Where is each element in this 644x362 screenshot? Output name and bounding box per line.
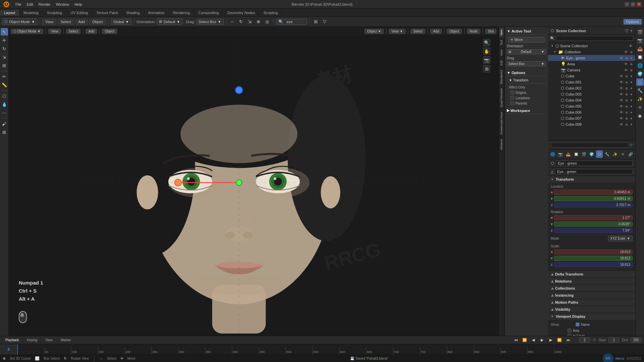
- coll-item-cube007[interactable]: ⬡ Cube.007 👁 ⊕ ✦: [548, 115, 635, 121]
- show-axis-row[interactable]: Axis: [551, 328, 633, 333]
- tab-uv-editing[interactable]: UV Editing: [66, 10, 92, 16]
- tool-grid[interactable]: ⊞: [1, 128, 8, 136]
- object-btn[interactable]: Object: [89, 19, 106, 25]
- global-dropdown[interactable]: Global ▼: [111, 19, 131, 25]
- tab-edit[interactable]: Edit: [499, 58, 504, 68]
- props-render-icon[interactable]: 📷: [636, 37, 644, 44]
- render-icon[interactable]: 📷: [557, 150, 564, 158]
- world-icon[interactable]: 🌍: [588, 150, 595, 158]
- tab-compositing[interactable]: Compositing: [194, 10, 223, 16]
- scene-props-icon[interactable]: 🎬: [581, 150, 587, 158]
- transform-move-icon[interactable]: ↔: [229, 18, 236, 25]
- maximize-btn[interactable]: □: [631, 2, 635, 7]
- coll-item-camera[interactable]: 📷 Camera 👁 ⊕: [548, 67, 635, 73]
- tab-scripting[interactable]: Scripting: [259, 10, 282, 16]
- props-particles-icon[interactable]: ✨: [636, 95, 644, 103]
- current-frame-input[interactable]: [579, 338, 590, 343]
- props-viewlayer-icon[interactable]: 🔲: [636, 53, 644, 61]
- tl-next-frame[interactable]: ▶: [548, 337, 554, 343]
- tab-tool[interactable]: Tool: [499, 38, 504, 48]
- locations-row[interactable]: Locations: [509, 95, 546, 101]
- coll-item-cube004[interactable]: ⬡ Cube.004 👁 ⊕ ✦: [548, 97, 635, 103]
- tab-layout[interactable]: Layout: [0, 10, 19, 16]
- add-btn[interactable]: Add: [75, 19, 88, 25]
- tool-rotate[interactable]: ↻: [1, 45, 8, 52]
- parents-row[interactable]: Parents: [509, 101, 546, 106]
- ruler-ticks[interactable]: 50 100 150 200 250 300 350 400 450 500: [17, 344, 644, 355]
- delta-transform-header[interactable]: ▶ Delta Transform: [548, 271, 635, 278]
- tab-geometry-nodes[interactable]: Geometry Nodes: [223, 10, 259, 16]
- proportional-edit-icon[interactable]: ◎: [264, 18, 271, 25]
- vp-object-far-btn[interactable]: Object: [447, 29, 462, 34]
- filter-icon[interactable]: ▽: [321, 18, 328, 25]
- coll-item-cube003[interactable]: ⬡ Cube.003 👁 ⊕ ✦: [548, 91, 635, 97]
- move-btn[interactable]: ✛ Move: [508, 37, 545, 43]
- viewport-display-header[interactable]: ▼ Viewport Display: [548, 313, 635, 320]
- start-frame-input[interactable]: [608, 338, 619, 343]
- coll-item-eye-green[interactable]: 👁 Eye - green 👁 ⊕ ✦: [548, 55, 635, 61]
- relations-header[interactable]: ▶ Relations: [548, 278, 635, 285]
- coll-item-cube008[interactable]: ⬡ Cube.008 👁 ⊕ ✦: [548, 121, 635, 127]
- motion-paths-header[interactable]: ▶ Motion Paths: [548, 299, 635, 306]
- tool-eyedropper[interactable]: 💧: [1, 101, 8, 108]
- scale-x-input[interactable]: [554, 249, 633, 254]
- options-btn[interactable]: Options: [623, 19, 642, 25]
- rotation-x-input[interactable]: [554, 215, 633, 220]
- scale-y-input[interactable]: [554, 256, 633, 261]
- coll-item-area[interactable]: 💡 Area 👁 ⊕: [548, 61, 635, 67]
- orientation-dropdown[interactable]: ⊞ Default ▼: [157, 18, 182, 25]
- coll-item-cube[interactable]: ⬡ Cube 👁 ⊕ ✦: [548, 73, 635, 79]
- tab-blenderkit[interactable]: BlenderKit: [499, 68, 504, 86]
- tab-screencast-keys[interactable]: Screencast Keys: [499, 110, 504, 137]
- transform-rotate-icon[interactable]: ↻: [237, 18, 245, 25]
- zoom-icon[interactable]: 🔍: [483, 39, 490, 46]
- origins-checkbox[interactable]: [510, 90, 514, 95]
- transform-sub-title[interactable]: ▼ Transform: [509, 77, 546, 83]
- location-z-input[interactable]: [554, 202, 633, 207]
- constraints-icon[interactable]: 🔗: [627, 150, 634, 158]
- props-material-icon[interactable]: ◉: [636, 112, 644, 119]
- tool-transform[interactable]: ⊞: [1, 62, 8, 69]
- overlay-dropdown-icon[interactable]: ⊞: [312, 18, 320, 25]
- transform-all-icon[interactable]: ⊕: [255, 18, 262, 25]
- transform-scale-icon[interactable]: ⇲: [246, 18, 254, 25]
- tool-move[interactable]: ✛: [1, 37, 8, 44]
- tab-shading[interactable]: Shading: [122, 10, 144, 16]
- tab-modeling[interactable]: Modeling: [19, 10, 43, 16]
- drag-dropdown[interactable]: Select Box ▼: [196, 19, 223, 25]
- search-input[interactable]: [285, 19, 305, 24]
- modifier-icon[interactable]: 🔧: [604, 150, 610, 158]
- minimize-btn[interactable]: ─: [625, 2, 629, 7]
- show-name-checkbox[interactable]: ✓: [576, 322, 580, 326]
- props-object-icon[interactable]: ⬡: [636, 78, 644, 86]
- tl-tab-marker[interactable]: Marker: [58, 338, 74, 342]
- vp-select-btn[interactable]: Select: [66, 29, 81, 34]
- vp-object-btn[interactable]: Object: [102, 29, 117, 34]
- timeline-ruler[interactable]: 2 50 100 150 200 250 300 350: [0, 344, 644, 355]
- tab-quad-remesh[interactable]: Quad Remesh: [499, 86, 504, 110]
- mesh-name-input[interactable]: [555, 169, 633, 174]
- show-name-check[interactable]: ✓ Name: [574, 322, 633, 327]
- tab-rendering[interactable]: Rendering: [169, 10, 194, 16]
- rotation-z-input[interactable]: [554, 228, 633, 233]
- vp-add-btn[interactable]: Add: [86, 29, 97, 34]
- menu-edit[interactable]: Edit: [24, 2, 36, 7]
- tl-skip-end[interactable]: ⏭: [565, 337, 571, 343]
- tool-annotate[interactable]: ✏: [1, 73, 8, 80]
- visibility-header[interactable]: ▶ Visibility: [548, 306, 635, 313]
- tl-prev-keyframe[interactable]: ⏪: [522, 337, 528, 343]
- tab-item[interactable]: Item: [499, 27, 504, 38]
- tl-next-keyframe[interactable]: ⏩: [556, 337, 562, 343]
- output-icon[interactable]: 📤: [565, 150, 572, 158]
- collection-search-input[interactable]: [556, 36, 633, 41]
- select-btn[interactable]: Select: [58, 19, 74, 25]
- search-box[interactable]: 🔍: [276, 19, 307, 25]
- tool-add-cube[interactable]: ⬡: [1, 92, 8, 100]
- coll-item-cube005[interactable]: ⬡ Cube.005 👁 ⊕ ✦: [548, 103, 635, 109]
- coll-item-cube002[interactable]: ⬡ Cube.002 👁 ⊕ ✦: [548, 85, 635, 91]
- props-physics-icon[interactable]: ⚛: [636, 104, 644, 111]
- coll-item-cube001[interactable]: ⬡ Cube.001 👁 ⊕ ✦: [548, 79, 635, 85]
- coll-item-cube006[interactable]: ⬡ Cube.006 👁 ⊕ ✦: [548, 109, 635, 115]
- active-tool-title[interactable]: ▼ Active Tool: [507, 28, 546, 35]
- coll-item-root[interactable]: ▼ ⬡ Scene Collection 👁: [548, 43, 635, 49]
